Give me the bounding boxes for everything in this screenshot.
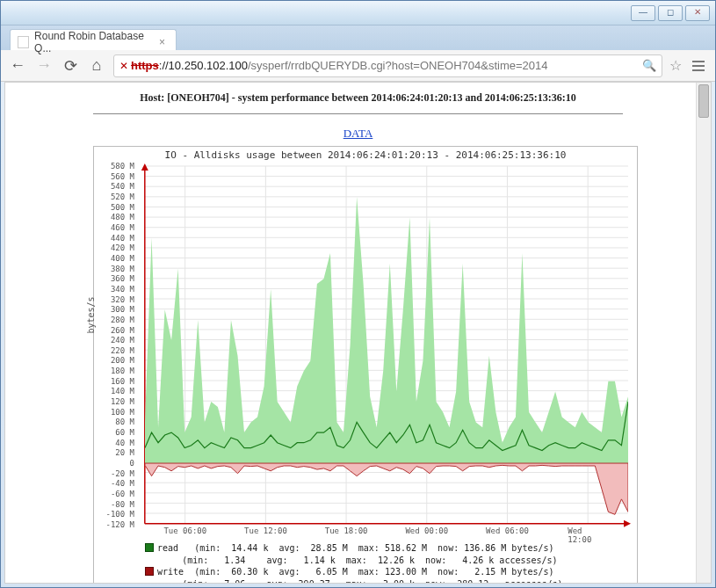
window-close-button[interactable]: ✕ <box>685 5 710 21</box>
url-scheme: https <box>131 59 159 72</box>
home-button[interactable]: ⌂ <box>87 56 106 76</box>
tab-strip: Round Robin Database Q... × <box>1 25 715 50</box>
divider <box>93 113 623 114</box>
x-tick-labels: Tue 06:00Tue 12:00Tue 18:00Wed 00:00Wed … <box>145 526 628 537</box>
window-title-bar: — ◻ ✕ <box>1 1 715 25</box>
x-tick: Wed 06:00 <box>486 526 529 535</box>
x-tick: Tue 12:00 <box>244 526 287 535</box>
chart-title: IO - Alldisks usage between 2014:06:24:0… <box>94 147 637 161</box>
plot-area <box>145 166 628 525</box>
page-viewport: Host: [ONEOH704] - system performance be… <box>4 82 712 584</box>
page-heading: Host: [ONEOH704] - system performance be… <box>93 91 623 105</box>
url-path: /sysperf/rrdbQUERYDB.cgi?host=ONEOH704&s… <box>248 59 548 72</box>
address-bar[interactable]: ✕ https ://10.250.102.100 /sysperf/rrdbQ… <box>113 54 662 77</box>
tab-title: Round Robin Database Q... <box>34 30 154 54</box>
data-link[interactable]: DATA <box>344 127 373 140</box>
chart-body: bytes/s -120 M-100 M-80 M-60 M-40 M-20 M… <box>94 161 637 539</box>
chart-legend: read (min: 14.44 k avg: 28.85 M max: 518… <box>94 539 637 584</box>
zoom-icon[interactable]: 🔍 <box>642 59 656 72</box>
window-minimize-button[interactable]: — <box>631 5 655 21</box>
legend-line: read (min: 14.44 k avg: 28.85 M max: 518… <box>145 542 628 555</box>
page-icon <box>18 36 29 48</box>
series-read_max_area <box>145 197 628 463</box>
series-write_area <box>145 463 628 514</box>
scrollbar-thumb[interactable] <box>698 84 709 118</box>
x-tick: Tue 06:00 <box>163 526 206 535</box>
insecure-icon: ✕ <box>119 60 128 72</box>
legend-line: (min: 1.34 avg: 1.14 k max: 12.26 k now:… <box>145 555 628 567</box>
bookmark-star-icon[interactable]: ☆ <box>669 57 682 74</box>
vertical-scrollbar[interactable] <box>696 83 711 583</box>
forward-button: → <box>34 56 54 76</box>
page-content: Host: [ONEOH704] - system performance be… <box>5 83 711 584</box>
x-tick: Wed 12:00 <box>568 526 608 544</box>
reload-button[interactable]: ⟳ <box>61 56 80 76</box>
tab-close-icon[interactable]: × <box>159 36 165 48</box>
browser-tab[interactable]: Round Robin Database Q... × <box>10 29 177 50</box>
browser-window: — ◻ ✕ Round Robin Database Q... × ← → ⟳ … <box>0 0 716 588</box>
browser-toolbar: ← → ⟳ ⌂ ✕ https ://10.250.102.100 /syspe… <box>1 50 715 82</box>
window-maximize-button[interactable]: ◻ <box>658 5 683 21</box>
legend-line: write (min: 60.30 k avg: 6.05 M max: 123… <box>145 566 628 578</box>
chrome-menu-icon[interactable] <box>689 57 708 75</box>
io-chart: IO - Alldisks usage between 2014:06:24:0… <box>93 146 638 584</box>
x-tick: Wed 00:00 <box>405 526 448 535</box>
url-host: ://10.250.102.100 <box>159 59 248 72</box>
legend-line: (min: 7.06 avg: 390.37 max: 3.00 k now: … <box>145 578 628 584</box>
back-button[interactable]: ← <box>8 56 27 76</box>
data-link-wrap: DATA <box>93 127 623 141</box>
x-tick: Tue 18:00 <box>325 526 368 535</box>
plot-svg <box>145 166 628 525</box>
